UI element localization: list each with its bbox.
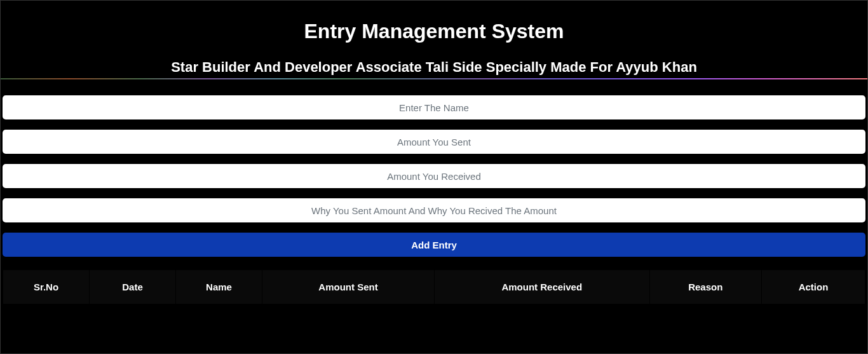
reason-input[interactable] bbox=[3, 198, 865, 222]
page-title: Entry Management System bbox=[1, 20, 867, 43]
column-header-reason: Reason bbox=[650, 270, 762, 304]
entry-form: Add Entry bbox=[1, 95, 867, 269]
main-container: Entry Management System Star Builder And… bbox=[0, 0, 868, 354]
rainbow-divider bbox=[1, 78, 867, 79]
column-header-amount-sent: Amount Sent bbox=[262, 270, 434, 304]
entries-table-container: Sr.No Date Name Amount Sent Amount Recei… bbox=[1, 269, 867, 304]
column-header-action: Action bbox=[762, 270, 865, 304]
column-header-amount-received: Amount Received bbox=[435, 270, 649, 304]
amount-sent-input[interactable] bbox=[3, 130, 865, 154]
table-header-row: Sr.No Date Name Amount Sent Amount Recei… bbox=[3, 270, 865, 304]
add-entry-button[interactable]: Add Entry bbox=[3, 233, 865, 257]
amount-received-input[interactable] bbox=[3, 164, 865, 188]
column-header-srno: Sr.No bbox=[3, 270, 89, 304]
entries-table: Sr.No Date Name Amount Sent Amount Recei… bbox=[3, 269, 865, 304]
page-subtitle: Star Builder And Developer Associate Tal… bbox=[1, 59, 867, 78]
column-header-name: Name bbox=[176, 270, 262, 304]
column-header-date: Date bbox=[90, 270, 175, 304]
name-input[interactable] bbox=[3, 95, 865, 119]
